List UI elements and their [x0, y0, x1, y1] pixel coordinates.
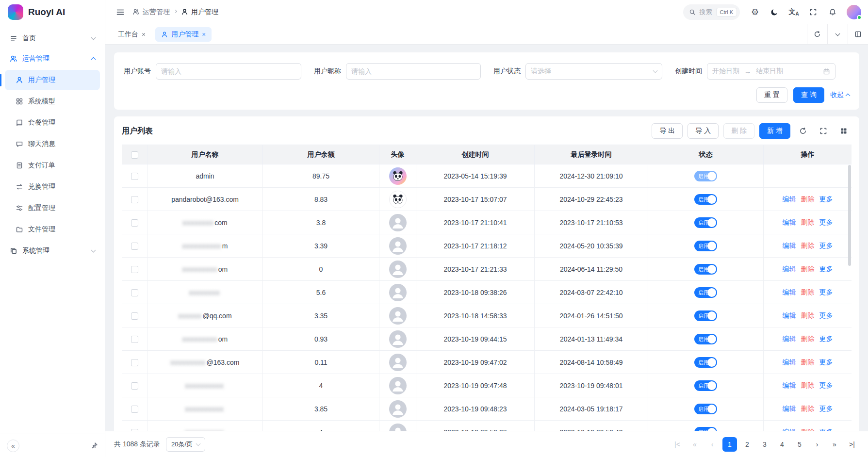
close-icon[interactable]: × [142, 31, 146, 38]
row-checkbox[interactable] [131, 382, 138, 390]
account-input[interactable] [156, 63, 301, 80]
status-toggle[interactable]: 启用 [694, 310, 717, 321]
row-checkbox[interactable] [131, 312, 138, 320]
sidebar-item-user-management[interactable]: 用户管理 [5, 70, 100, 90]
more-link[interactable]: 更多 [819, 405, 833, 412]
table-fullscreen-icon[interactable] [816, 123, 831, 139]
row-checkbox[interactable] [131, 289, 138, 296]
more-link[interactable]: 更多 [819, 428, 833, 431]
more-link[interactable]: 更多 [819, 335, 833, 343]
more-link[interactable]: 更多 [819, 265, 833, 273]
pin-icon[interactable] [91, 442, 98, 449]
language-translate-icon[interactable]: 文A [786, 4, 802, 20]
global-search[interactable]: 搜索 Ctrl K [683, 4, 740, 20]
delete-button[interactable]: 删 除 [723, 123, 754, 139]
breadcrumb-operations[interactable]: 运营管理 [132, 8, 170, 16]
page-5-button[interactable]: 5 [792, 437, 807, 452]
sidebar-item-exchange-management[interactable]: 兑换管理 [5, 177, 100, 197]
sidebar-item-operations[interactable]: 运营管理 [5, 49, 100, 69]
status-toggle[interactable]: 启用 [694, 334, 717, 344]
sidebar-item-config-management[interactable]: 配置管理 [5, 198, 100, 218]
sidebar-collapse-button[interactable]: « [7, 440, 19, 452]
more-link[interactable]: 更多 [819, 358, 833, 366]
delete-link[interactable]: 删除 [801, 381, 815, 389]
tab-user-management[interactable]: 用户管理 × [155, 27, 212, 42]
delete-link[interactable]: 删除 [801, 405, 815, 412]
select-all-checkbox[interactable] [131, 151, 138, 159]
edit-link[interactable]: 编辑 [783, 218, 796, 226]
user-avatar[interactable] [847, 5, 861, 19]
page-1-button[interactable]: 1 [722, 437, 737, 452]
row-checkbox[interactable] [131, 219, 138, 227]
row-checkbox[interactable] [131, 429, 138, 431]
delete-link[interactable]: 删除 [801, 428, 815, 431]
more-link[interactable]: 更多 [819, 242, 833, 249]
nickname-input[interactable] [346, 63, 481, 80]
edit-link[interactable]: 编辑 [783, 265, 796, 273]
row-checkbox[interactable] [131, 173, 138, 180]
edit-link[interactable]: 编辑 [783, 242, 796, 249]
sidebar-item-system-model[interactable]: 系统模型 [5, 91, 100, 112]
export-button[interactable]: 导 出 [652, 123, 683, 139]
more-link[interactable]: 更多 [819, 288, 833, 296]
edit-link[interactable]: 编辑 [783, 381, 796, 389]
delete-link[interactable]: 删除 [801, 218, 815, 226]
delete-link[interactable]: 删除 [801, 358, 815, 366]
edit-link[interactable]: 编辑 [783, 428, 796, 431]
notifications-bell-icon[interactable] [824, 4, 841, 20]
edit-link[interactable]: 编辑 [783, 288, 796, 296]
edit-link[interactable]: 编辑 [783, 335, 796, 343]
status-toggle[interactable]: 启用 [694, 171, 717, 181]
sidebar-item-chat-messages[interactable]: 聊天消息 [5, 134, 100, 154]
edit-link[interactable]: 编辑 [783, 311, 796, 319]
last-page-button[interactable]: >| [845, 437, 859, 452]
breadcrumb-user-management[interactable]: 用户管理 [181, 8, 218, 16]
status-select[interactable]: 请选择 [525, 63, 662, 80]
scrollbar-thumb[interactable] [848, 165, 851, 266]
sidebar-item-system-management[interactable]: 系统管理 [5, 241, 100, 261]
add-button[interactable]: 新 增 [759, 123, 790, 139]
status-toggle[interactable]: 启用 [694, 217, 717, 228]
status-toggle[interactable]: 启用 [694, 264, 717, 275]
settings-gear-icon[interactable]: ⚙ [747, 4, 763, 20]
status-toggle[interactable]: 启用 [694, 404, 717, 414]
fullscreen-icon[interactable] [805, 4, 821, 20]
more-link[interactable]: 更多 [819, 218, 833, 226]
first-page-button[interactable]: |< [670, 437, 685, 452]
collapse-filters-link[interactable]: 收起 [830, 91, 850, 99]
close-icon[interactable]: × [202, 31, 206, 38]
tab-menu-chevron-icon[interactable] [827, 24, 848, 44]
sidebar-item-payment-orders[interactable]: 支付订单 [5, 155, 100, 176]
row-checkbox[interactable] [131, 266, 138, 273]
row-checkbox[interactable] [131, 336, 138, 343]
content-expand-icon[interactable] [848, 24, 868, 44]
status-toggle[interactable]: 启用 [694, 427, 717, 431]
dark-mode-moon-icon[interactable] [766, 4, 783, 20]
status-toggle[interactable]: 启用 [694, 287, 717, 298]
tab-workbench[interactable]: 工作台 × [112, 27, 151, 42]
tab-refresh-icon[interactable] [807, 24, 827, 44]
sidebar-item-package-management[interactable]: 套餐管理 [5, 113, 100, 133]
status-toggle[interactable]: 启用 [694, 194, 717, 205]
page-2-button[interactable]: 2 [740, 437, 754, 452]
reset-button[interactable]: 重 置 [756, 87, 787, 103]
more-link[interactable]: 更多 [819, 195, 833, 203]
delete-link[interactable]: 删除 [801, 195, 815, 203]
next-page-button[interactable]: › [810, 437, 824, 452]
row-checkbox[interactable] [131, 243, 138, 250]
more-link[interactable]: 更多 [819, 311, 833, 319]
delete-link[interactable]: 删除 [801, 288, 815, 296]
hamburger-icon[interactable] [112, 4, 129, 20]
status-toggle[interactable]: 启用 [694, 380, 717, 391]
refresh-icon[interactable] [795, 123, 811, 139]
status-toggle[interactable]: 启用 [694, 357, 717, 368]
page-4-button[interactable]: 4 [775, 437, 789, 452]
status-toggle[interactable]: 启用 [694, 241, 717, 251]
import-button[interactable]: 导 入 [688, 123, 719, 139]
delete-link[interactable]: 删除 [801, 265, 815, 273]
edit-link[interactable]: 编辑 [783, 195, 796, 203]
prev-page-button[interactable]: ‹ [705, 437, 720, 452]
columns-grid-icon[interactable] [836, 123, 852, 139]
delete-link[interactable]: 删除 [801, 335, 815, 343]
row-checkbox[interactable] [131, 196, 138, 203]
